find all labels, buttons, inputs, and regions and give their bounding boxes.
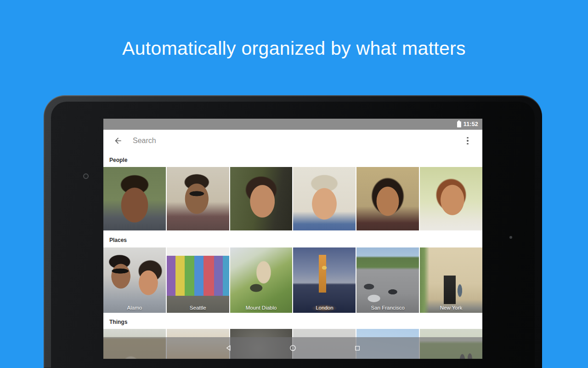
- search-input[interactable]: Search: [133, 137, 460, 145]
- place-tile-mount-diablo[interactable]: Mount Diablo: [230, 247, 293, 313]
- people-photo-4[interactable]: [293, 167, 356, 230]
- more-vert-icon: [467, 137, 469, 139]
- section-label-people: People: [103, 152, 482, 167]
- place-label: New York: [420, 305, 482, 310]
- square-outline-icon: [354, 345, 361, 352]
- back-button[interactable]: [110, 132, 126, 149]
- circle-outline-icon: [289, 344, 297, 352]
- place-tile-seattle[interactable]: Seattle: [167, 247, 229, 313]
- place-label: Mount Diablo: [230, 305, 293, 310]
- section-label-things: Things: [103, 313, 482, 329]
- people-row: [103, 167, 482, 230]
- place-label: San Francisco: [356, 305, 419, 310]
- nav-home-button[interactable]: [289, 344, 297, 352]
- triangle-outline-icon: [225, 344, 232, 352]
- promo-headline: Automatically organized by what matters: [0, 38, 588, 59]
- overflow-menu-button[interactable]: [460, 133, 475, 148]
- people-photo-2[interactable]: [167, 167, 229, 230]
- arrow-back-icon: [113, 136, 123, 145]
- battery-icon: [457, 121, 461, 127]
- front-camera-icon: [83, 173, 89, 179]
- place-label: Seattle: [167, 305, 229, 310]
- photos-app-screen: 11:52 Search People: [103, 119, 482, 359]
- people-photo-5[interactable]: [356, 167, 419, 230]
- place-label: Alamo: [103, 305, 166, 310]
- places-row: Alamo Seattle Mount Diablo London San Fr…: [103, 247, 482, 313]
- nav-back-button[interactable]: [225, 344, 233, 352]
- people-photo-6[interactable]: [420, 167, 482, 230]
- place-tile-new-york[interactable]: New York: [420, 247, 482, 313]
- people-photo-3[interactable]: [230, 167, 293, 230]
- android-nav-bar: [103, 337, 482, 359]
- search-toolbar: Search: [103, 130, 482, 152]
- tablet-device: 11:52 Search People: [44, 95, 542, 368]
- status-bar: 11:52: [103, 119, 482, 130]
- place-label: London: [293, 305, 356, 310]
- sensor-dot-icon: [509, 236, 512, 239]
- place-tile-san-francisco[interactable]: San Francisco: [356, 247, 419, 313]
- place-tile-alamo[interactable]: Alamo: [103, 247, 166, 313]
- section-label-places: Places: [103, 230, 482, 247]
- place-tile-london[interactable]: London: [293, 247, 356, 313]
- people-photo-1[interactable]: [103, 167, 166, 230]
- nav-recents-button[interactable]: [353, 344, 362, 352]
- status-time: 11:52: [464, 121, 478, 127]
- promo-background: Automatically organized by what matters …: [0, 0, 588, 368]
